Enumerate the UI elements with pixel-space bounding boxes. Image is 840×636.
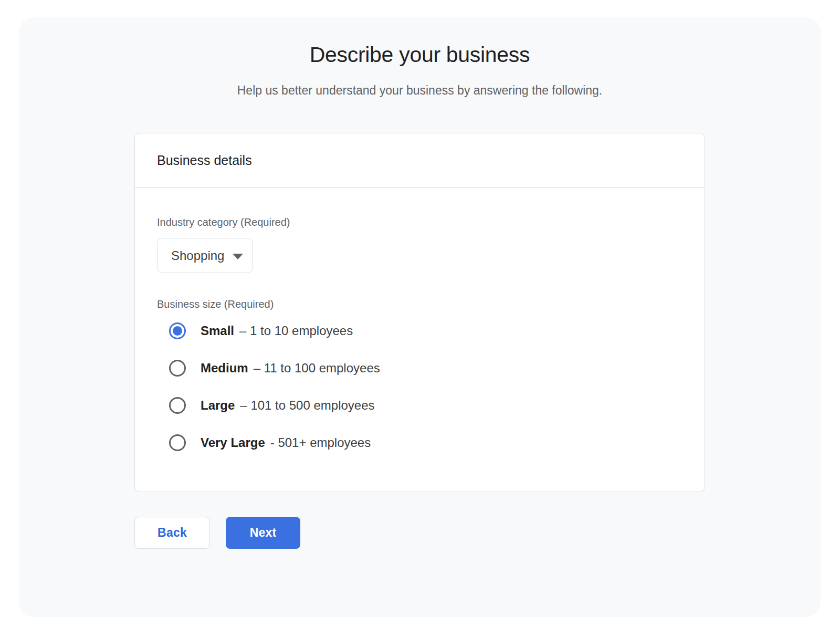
business-size-label: Business size (Required) <box>157 298 682 310</box>
card-body: Industry category (Required) Shopping Bu… <box>135 188 705 492</box>
card-title: Business details <box>157 153 252 168</box>
radio-option-medium[interactable]: Medium – 11 to 100 employees <box>169 359 682 377</box>
card-header: Business details <box>135 133 705 188</box>
page-subtitle: Help us better understand your business … <box>19 82 821 98</box>
radio-option-small[interactable]: Small – 1 to 10 employees <box>169 322 682 340</box>
option-name: Large <box>201 398 235 413</box>
business-details-card: Business details Industry category (Requ… <box>134 133 705 492</box>
page-title: Describe your business <box>19 41 821 68</box>
onboarding-panel: Describe your business Help us better un… <box>19 17 821 617</box>
radio-option-label: Medium – 11 to 100 employees <box>201 361 380 376</box>
option-name: Very Large <box>201 435 265 450</box>
option-detail: – 11 to 100 employees <box>254 361 380 376</box>
radio-button-icon[interactable] <box>169 360 186 377</box>
radio-button-icon[interactable] <box>169 397 186 414</box>
option-detail: – 101 to 500 employees <box>240 398 374 413</box>
radio-option-label: Large – 101 to 500 employees <box>201 398 375 413</box>
industry-category-value: Shopping <box>171 248 224 263</box>
action-buttons-row: Back Next <box>134 517 705 549</box>
content-column: Business details Industry category (Requ… <box>134 133 705 549</box>
radio-option-label: Very Large - 501+ employees <box>201 435 371 450</box>
radio-button-icon[interactable] <box>169 434 186 451</box>
back-button[interactable]: Back <box>134 517 210 549</box>
industry-category-label: Industry category (Required) <box>157 216 682 228</box>
radio-option-large[interactable]: Large – 101 to 500 employees <box>169 397 682 414</box>
option-detail: – 1 to 10 employees <box>239 324 353 338</box>
option-name: Medium <box>201 361 248 376</box>
radio-button-icon[interactable] <box>169 322 186 339</box>
next-button[interactable]: Next <box>226 517 300 549</box>
option-name: Small <box>201 324 234 338</box>
radio-option-label: Small – 1 to 10 employees <box>201 324 353 338</box>
industry-category-dropdown[interactable]: Shopping <box>157 238 253 273</box>
radio-option-very-large[interactable]: Very Large - 501+ employees <box>169 434 682 452</box>
business-size-radio-group: Small – 1 to 10 employees Medium – 11 to… <box>157 322 682 452</box>
option-detail: - 501+ employees <box>270 435 371 450</box>
caret-down-icon <box>233 254 243 259</box>
